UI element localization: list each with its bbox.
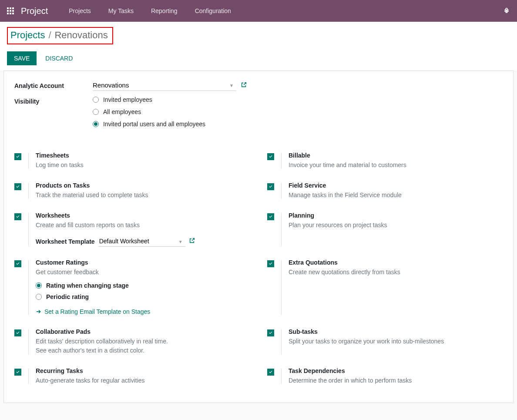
divider — [28, 329, 29, 354]
breadcrumb-current: Renovations — [54, 30, 107, 40]
breadcrumb-root[interactable]: Projects — [10, 30, 45, 40]
divider — [28, 183, 29, 199]
form-sheet: Analytic Account ▼ Visibility Invited em… — [3, 71, 514, 403]
features-grid: Timesheets Log time on tasks Billable In… — [14, 148, 503, 394]
analytic-account-label: Analytic Account — [14, 80, 93, 89]
bug-icon[interactable] — [503, 7, 510, 15]
radio-label: Invited portal users and all employees — [103, 121, 205, 128]
breadcrumb-separator: / — [48, 30, 51, 40]
radio-icon — [36, 294, 42, 300]
divider — [28, 213, 29, 246]
app-title: Project — [21, 6, 48, 16]
external-link-icon[interactable] — [189, 238, 195, 245]
checkbox-collaborative-pads[interactable] — [14, 329, 21, 336]
external-link-icon[interactable] — [241, 82, 247, 89]
feature-title: Extra Quotations — [289, 259, 503, 266]
feature-title: Sub-tasks — [289, 328, 503, 335]
worksheet-template-input[interactable] — [98, 236, 185, 247]
feature-timesheets: Timesheets Log time on tasks — [14, 148, 250, 178]
feature-desc: Auto-generate tasks for regular activiti… — [36, 376, 250, 385]
divider — [281, 153, 282, 169]
action-bar: SAVE DISCARD — [0, 48, 517, 71]
feature-desc: Edit tasks' description collaboratively … — [36, 337, 250, 355]
apps-icon[interactable] — [7, 7, 14, 14]
checkbox-sub-tasks[interactable] — [267, 329, 274, 336]
rating-template-link[interactable]: Set a Rating Email Template on Stages — [36, 308, 150, 315]
divider — [28, 260, 29, 315]
feature-title: Products on Tasks — [36, 182, 250, 189]
feature-desc: Get customer feedback — [36, 268, 250, 277]
visibility-label: Visibility — [14, 95, 93, 105]
checkbox-customer-ratings[interactable] — [14, 260, 21, 267]
feature-desc: Determine the order in which to perform … — [289, 376, 503, 385]
radio-icon — [93, 121, 99, 127]
link-text: Set a Rating Email Template on Stages — [44, 308, 150, 315]
breadcrumb-bar: Projects / Renovations — [0, 22, 517, 48]
checkbox-worksheets[interactable] — [14, 213, 21, 220]
analytic-account-row: Analytic Account ▼ — [14, 80, 503, 91]
worksheet-template-row: Worksheet Template ▼ — [36, 236, 250, 247]
feature-title: Billable — [289, 152, 503, 159]
divider — [281, 329, 282, 354]
checkbox-recurring-tasks[interactable] — [14, 369, 21, 376]
divider — [281, 368, 282, 384]
radio-icon — [36, 282, 42, 289]
feature-title: Recurring Tasks — [36, 367, 250, 374]
feature-desc: Invoice your time and material to custom… — [289, 161, 503, 170]
rating-option-periodic[interactable]: Periodic rating — [36, 293, 250, 300]
rating-option-stage[interactable]: Rating when changing stage — [36, 282, 250, 289]
checkbox-products[interactable] — [14, 183, 21, 190]
feature-title: Customer Ratings — [36, 259, 250, 266]
feature-billable: Billable Invoice your time and material … — [267, 148, 503, 178]
visibility-option-all-employees[interactable]: All employees — [93, 108, 503, 115]
nav-my-tasks[interactable]: My Tasks — [100, 1, 142, 20]
feature-products-on-tasks: Products on Tasks Track the material use… — [14, 178, 250, 208]
top-navbar: Project Projects My Tasks Reporting Conf… — [0, 0, 517, 22]
radio-icon — [93, 109, 99, 115]
nav-configuration[interactable]: Configuration — [186, 1, 240, 20]
feature-task-dependencies: Task Dependencies Determine the order in… — [267, 364, 503, 394]
visibility-radio-group: Invited employees All employees Invited … — [93, 95, 503, 128]
feature-title: Field Service — [289, 182, 503, 189]
feature-title: Worksheets — [36, 212, 250, 219]
nav-projects[interactable]: Projects — [60, 1, 100, 20]
radio-label: Rating when changing stage — [46, 282, 129, 289]
feature-collaborative-pads: Collaborative Pads Edit tasks' descripti… — [14, 325, 250, 364]
worksheet-template-label: Worksheet Template — [36, 238, 95, 245]
feature-title: Collaborative Pads — [36, 328, 250, 335]
divider — [281, 183, 282, 199]
feature-title: Timesheets — [36, 152, 250, 159]
visibility-row: Visibility Invited employees All employe… — [14, 95, 503, 128]
rating-radio-group: Rating when changing stage Periodic rati… — [36, 282, 250, 300]
feature-customer-ratings: Customer Ratings Get customer feedback R… — [14, 255, 250, 325]
nav-reporting[interactable]: Reporting — [142, 1, 186, 20]
checkbox-field-service[interactable] — [267, 183, 274, 190]
analytic-account-input[interactable] — [93, 80, 236, 91]
breadcrumb: Projects / Renovations — [7, 27, 113, 44]
checkbox-extra-quotations[interactable] — [267, 260, 274, 267]
checkbox-timesheets[interactable] — [14, 153, 21, 160]
feature-desc: Log time on tasks — [36, 161, 250, 170]
radio-label: Periodic rating — [46, 293, 89, 300]
feature-desc: Track the material used to complete task… — [36, 191, 250, 200]
nav-links: Projects My Tasks Reporting Configuratio… — [60, 1, 240, 20]
feature-title: Task Dependencies — [289, 367, 503, 374]
feature-title: Planning — [289, 212, 503, 219]
divider — [281, 260, 282, 315]
radio-label: All employees — [103, 108, 141, 115]
radio-label: Invited employees — [103, 96, 152, 103]
feature-desc: Split your tasks to organize your work i… — [289, 337, 503, 346]
visibility-option-invited-employees[interactable]: Invited employees — [93, 96, 503, 103]
feature-recurring-tasks: Recurring Tasks Auto-generate tasks for … — [14, 364, 250, 394]
feature-desc: Create and fill custom reports on tasks — [36, 221, 250, 230]
discard-button[interactable]: DISCARD — [41, 51, 77, 65]
radio-icon — [93, 97, 99, 103]
visibility-option-invited-portal[interactable]: Invited portal users and all employees — [93, 121, 503, 128]
save-button[interactable]: SAVE — [7, 51, 37, 65]
feature-field-service: Field Service Manage tasks in the Field … — [267, 178, 503, 208]
checkbox-task-dependencies[interactable] — [267, 369, 274, 376]
feature-sub-tasks: Sub-tasks Split your tasks to organize y… — [267, 325, 503, 364]
feature-desc: Create new quotations directly from task… — [289, 268, 503, 277]
checkbox-planning[interactable] — [267, 213, 274, 220]
checkbox-billable[interactable] — [267, 153, 274, 160]
